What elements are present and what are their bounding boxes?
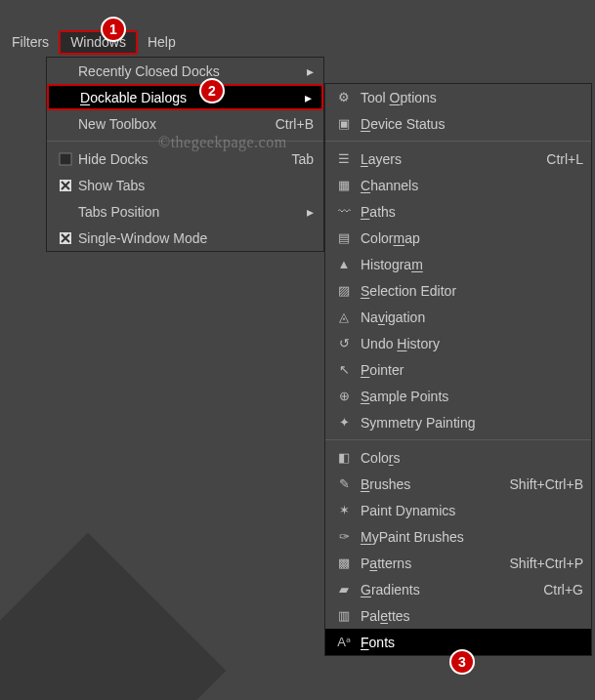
menu-navigation[interactable]: ◬ Navigation (325, 304, 591, 330)
checkbox-empty-icon (57, 152, 74, 166)
menu-mypaint-brushes[interactable]: ✑ MyPaint Brushes (325, 523, 591, 550)
mypaint-brushes-icon: ✑ (333, 529, 355, 544)
separator (325, 439, 591, 440)
menu-histogram[interactable]: ▲ Histogram (325, 251, 591, 277)
label: Sample Points (355, 389, 583, 404)
device-status-icon: ▣ (333, 116, 355, 131)
annotation-badge-3: 3 (449, 649, 475, 675)
gradients-icon: ▰ (333, 582, 355, 597)
palettes-icon: ▥ (333, 608, 355, 623)
accelerator: Tab (291, 151, 314, 167)
channels-icon: ▦ (333, 178, 355, 192)
accelerator: Ctrl+B (276, 116, 314, 132)
menu-colormap[interactable]: ▤ Colormap (325, 225, 591, 251)
menu-pointer[interactable]: ↖ Pointer (325, 356, 591, 383)
menu-gradients[interactable]: ▰ Gradients Ctrl+G (325, 576, 591, 602)
menu-new-toolbox[interactable]: New Toolbox Ctrl+B (47, 110, 323, 137)
patterns-icon: ▩ (333, 556, 355, 570)
menu-tool-options[interactable]: ⚙ Tool Options (325, 84, 591, 110)
dockable-dialogs-menu: ⚙ Tool Options ▣ Device Status ☰ Layers … (324, 83, 592, 656)
menu-patterns[interactable]: ▩ Patterns Shift+Ctrl+P (325, 550, 591, 576)
label: MyPaint Brushes (355, 529, 583, 545)
menu-sample-points[interactable]: ⊕ Sample Points (325, 383, 591, 409)
menu-undo-history[interactable]: ↺ Undo History (325, 330, 591, 356)
menu-help[interactable]: Help (138, 30, 186, 55)
label: Undo History (355, 336, 583, 351)
submenu-arrow-icon: ▸ (307, 63, 314, 79)
menu-colors[interactable]: ◧ Colors (325, 444, 591, 471)
menu-dockable-dialogs[interactable]: Dockable Dialogs ▸ (47, 84, 323, 110)
menu-symmetry-painting[interactable]: ✦ Symmetry Painting (325, 409, 591, 435)
menu-palettes[interactable]: ▥ Palettes (325, 602, 591, 629)
paths-icon: 〰 (333, 204, 355, 219)
colormap-icon: ▤ (333, 230, 355, 245)
submenu-arrow-icon: ▸ (307, 204, 314, 220)
accelerator: Shift+Ctrl+B (510, 476, 583, 492)
label: Fonts (355, 635, 583, 650)
label: Colormap (355, 230, 583, 246)
pointer-icon: ↖ (333, 362, 355, 377)
separator (325, 141, 591, 142)
label: Palettes (355, 608, 583, 624)
annotation-badge-2: 2 (199, 78, 225, 103)
label: Tabs Position (74, 204, 301, 220)
watermark: ©thegeekpage.com (158, 134, 287, 151)
label: Brushes (355, 476, 510, 492)
label: Paint Dynamics (355, 503, 583, 518)
menu-recently-closed-docks[interactable]: Recently Closed Docks ▸ (47, 58, 323, 84)
label: Tool Options (355, 90, 583, 105)
label: Channels (355, 178, 583, 193)
label: Pointer (355, 362, 583, 378)
label: Hide Docks (74, 151, 291, 167)
accelerator: Shift+Ctrl+P (510, 556, 583, 571)
brushes-icon: ✎ (333, 476, 355, 491)
menu-layers[interactable]: ☰ Layers Ctrl+L (325, 145, 591, 172)
label: Paths (355, 204, 583, 220)
menu-device-status[interactable]: ▣ Device Status (325, 110, 591, 137)
menu-windows[interactable]: Windows (59, 30, 138, 55)
label: Dockable Dialogs (76, 90, 299, 105)
label: Gradients (355, 582, 543, 597)
menu-single-window-mode[interactable]: Single-Window Mode (47, 225, 323, 251)
accelerator: Ctrl+G (543, 582, 583, 597)
checkbox-checked-icon (57, 179, 74, 192)
submenu-arrow-icon: ▸ (305, 90, 312, 105)
svg-rect-0 (60, 153, 71, 165)
sample-points-icon: ⊕ (333, 389, 355, 403)
label: Recently Closed Docks (74, 63, 301, 79)
label: Selection Editor (355, 283, 583, 299)
fonts-icon: Aᵃ (333, 635, 355, 649)
menu-paths[interactable]: 〰 Paths (325, 198, 591, 225)
label: Show Tabs (74, 178, 314, 193)
menu-selection-editor[interactable]: ▨ Selection Editor (325, 277, 591, 304)
menu-brushes[interactable]: ✎ Brushes Shift+Ctrl+B (325, 471, 591, 497)
label: Symmetry Painting (355, 415, 583, 431)
windows-menu: Recently Closed Docks ▸ Dockable Dialogs… (46, 57, 324, 252)
label: New Toolbox (74, 116, 276, 132)
accelerator: Ctrl+L (546, 151, 583, 167)
histogram-icon: ▲ (333, 257, 355, 271)
menu-channels[interactable]: ▦ Channels (325, 172, 591, 198)
label: Navigation (355, 309, 583, 325)
paint-dynamics-icon: ✶ (333, 503, 355, 517)
menubar: Filters Windows Help (0, 27, 595, 57)
menu-tabs-position[interactable]: Tabs Position ▸ (47, 198, 323, 225)
selection-editor-icon: ▨ (333, 283, 355, 298)
undo-history-icon: ↺ (333, 336, 355, 350)
menu-paint-dynamics[interactable]: ✶ Paint Dynamics (325, 497, 591, 523)
layers-icon: ☰ (333, 151, 355, 166)
navigation-icon: ◬ (333, 309, 355, 324)
menu-filters[interactable]: Filters (2, 30, 59, 55)
menu-show-tabs[interactable]: Show Tabs (47, 172, 323, 198)
label: Single-Window Mode (74, 230, 314, 246)
label: Patterns (355, 556, 510, 571)
tool-options-icon: ⚙ (333, 90, 355, 104)
symmetry-painting-icon: ✦ (333, 415, 355, 430)
annotation-badge-1: 1 (101, 17, 126, 42)
label: Layers (355, 151, 546, 167)
checkbox-checked-icon (57, 231, 74, 245)
colors-icon: ◧ (333, 450, 355, 465)
label: Device Status (355, 116, 583, 132)
label: Histogram (355, 257, 583, 272)
label: Colors (355, 450, 583, 466)
